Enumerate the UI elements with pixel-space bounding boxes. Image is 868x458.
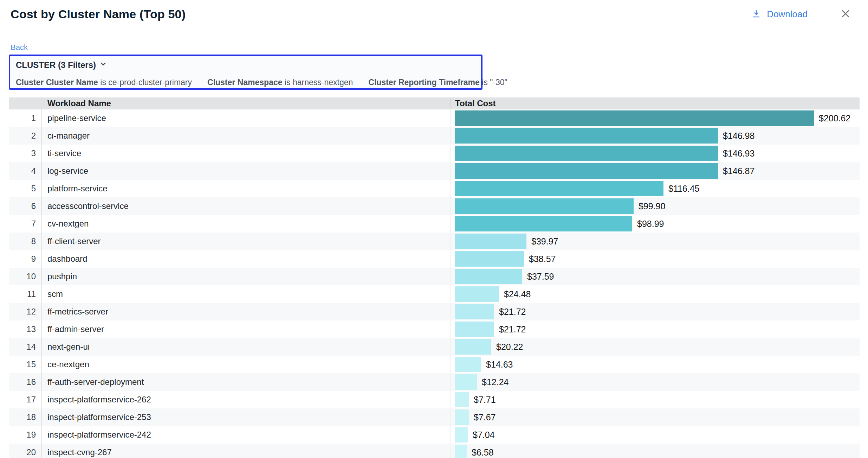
- rank-cell: 13: [9, 320, 42, 338]
- workload-name-cell: dashboard: [42, 250, 451, 268]
- workload-name-cell: cv-nextgen: [42, 215, 451, 233]
- cost-bar: [455, 251, 524, 267]
- cost-drilldown-modal: Cost by Cluster Name (Top 50) Download B…: [0, 0, 868, 458]
- total-cost-cell: $37.59: [451, 268, 860, 285]
- total-cost-cell: $39.97: [451, 233, 860, 250]
- workload-name-cell: inspect-cvng-267: [42, 444, 451, 458]
- total-cost-cell: $21.72: [451, 320, 860, 338]
- download-button[interactable]: Download: [751, 9, 808, 20]
- table-row: 8ff-client-server$39.97: [9, 233, 860, 250]
- total-cost-cell: $6.58: [451, 444, 860, 458]
- rank-cell: 2: [9, 127, 42, 145]
- workload-name-cell: ci-manager: [42, 127, 451, 145]
- cost-value-label: $7.04: [473, 430, 495, 440]
- cost-value-label: $99.90: [639, 201, 665, 211]
- cost-value-label: $20.22: [496, 342, 523, 352]
- rank-cell: 15: [9, 356, 42, 373]
- filter-dropdown-toggle[interactable]: CLUSTER (3 Filters): [16, 60, 107, 70]
- workload-name-cell: pushpin: [42, 268, 451, 285]
- cost-value-label: $37.59: [527, 272, 554, 282]
- rank-cell: 3: [9, 145, 42, 162]
- table-header-row: Workload Name Total Cost: [9, 97, 860, 109]
- rank-cell: 17: [9, 391, 42, 408]
- cost-bar: [455, 445, 467, 458]
- table-row: 3ti-service$146.93: [9, 145, 860, 162]
- close-button[interactable]: [838, 7, 853, 21]
- table-row: 7cv-nextgen$98.99: [9, 215, 860, 233]
- total-cost-cell: $200.62: [451, 109, 860, 127]
- cost-bar: [455, 339, 491, 355]
- total-cost-cell: $7.71: [451, 391, 860, 408]
- filter-criterion[interactable]: Cluster Namespace is harness-nextgen: [207, 78, 353, 87]
- chevron-down-icon: [99, 60, 107, 70]
- table-row: 6accesscontrol-service$99.90: [9, 197, 860, 215]
- cost-value-label: $7.67: [474, 412, 496, 422]
- workload-name-cell: next-gen-ui: [42, 338, 451, 356]
- cost-value-label: $200.62: [819, 113, 850, 123]
- modal-header: Cost by Cluster Name (Top 50) Download: [0, 0, 868, 28]
- close-icon: [840, 8, 851, 20]
- cost-bar: [455, 198, 634, 214]
- cost-bar: [455, 146, 718, 161]
- workload-name-cell: pipeline-service: [42, 109, 451, 127]
- table-row: 16ff-auth-server-deployment$12.24: [9, 373, 860, 391]
- filter-criterion-value: is ce-prod-cluster-primary: [100, 78, 192, 87]
- filter-criterion[interactable]: Cluster Reporting Timeframe is "-30": [368, 78, 507, 87]
- total-cost-cell: $12.24: [451, 373, 860, 391]
- cost-value-label: $39.97: [531, 236, 558, 247]
- rank-cell: 12: [9, 303, 42, 320]
- table-row: 9dashboard$38.57: [9, 250, 860, 268]
- total-cost-cell: $98.99: [451, 215, 860, 233]
- workload-name-cell: ti-service: [42, 145, 451, 162]
- rank-cell: 9: [9, 250, 42, 268]
- table-row: 1pipeline-service$200.62: [9, 109, 860, 127]
- cost-value-label: $38.57: [529, 254, 556, 264]
- table-row: 4log-service$146.87: [9, 162, 860, 180]
- page-title: Cost by Cluster Name (Top 50): [11, 7, 186, 21]
- cost-bar: [455, 216, 632, 231]
- total-cost-cell: $14.63: [451, 356, 860, 373]
- total-cost-cell: $7.67: [451, 408, 860, 426]
- workload-name-cell: ce-nextgen: [42, 356, 451, 373]
- cost-value-label: $7.71: [474, 395, 496, 405]
- workload-name-cell: inspect-platformservice-242: [42, 426, 451, 444]
- rank-cell: 14: [9, 338, 42, 356]
- table-row: 10pushpin$37.59: [9, 268, 860, 285]
- workload-name-cell: ff-client-server: [42, 233, 451, 250]
- cost-value-label: $14.63: [486, 360, 513, 370]
- back-link[interactable]: Back: [11, 43, 28, 52]
- filter-criteria-list: Cluster Cluster Name is ce-prod-cluster-…: [16, 78, 475, 87]
- workload-name-cell: ff-auth-server-deployment: [42, 373, 451, 391]
- total-cost-column-header: Total Cost: [451, 98, 860, 108]
- cost-value-label: $146.98: [723, 131, 754, 141]
- table-row: 13ff-admin-server$21.72: [9, 320, 860, 338]
- total-cost-cell: $24.48: [451, 285, 860, 303]
- workload-name-cell: scm: [42, 285, 451, 303]
- table-row: 17inspect-platformservice-262$7.71: [9, 391, 860, 408]
- cost-value-label: $24.48: [504, 289, 531, 299]
- filter-criterion[interactable]: Cluster Cluster Name is ce-prod-cluster-…: [16, 78, 192, 87]
- table-row: 2ci-manager$146.98: [9, 127, 860, 145]
- cost-bar: [455, 234, 526, 249]
- rank-cell: 11: [9, 285, 42, 303]
- cost-bar: [455, 269, 522, 284]
- total-cost-cell: $38.57: [451, 250, 860, 268]
- cost-bar: [455, 392, 469, 407]
- table-body: 1pipeline-service$200.622ci-manager$146.…: [9, 109, 860, 458]
- table-row: 19inspect-platformservice-242$7.04: [9, 426, 860, 444]
- workload-name-cell: ff-admin-server: [42, 320, 451, 338]
- table-row: 20inspect-cvng-267$6.58: [9, 444, 860, 458]
- cost-bar: [455, 409, 469, 425]
- table-row: 18inspect-platformservice-253$7.67: [9, 408, 860, 426]
- download-icon: [751, 9, 761, 19]
- cost-value-label: $21.72: [499, 324, 526, 335]
- cost-value-label: $21.72: [499, 307, 526, 317]
- cost-bar: [455, 286, 499, 302]
- total-cost-cell: $20.22: [451, 338, 860, 356]
- cost-bar: [455, 322, 494, 337]
- cost-value-label: $6.58: [472, 447, 494, 458]
- total-cost-cell: $21.72: [451, 303, 860, 320]
- filter-criterion-field: Cluster Reporting Timeframe: [368, 78, 482, 87]
- rank-cell: 6: [9, 197, 42, 215]
- table-row: 14next-gen-ui$20.22: [9, 338, 860, 356]
